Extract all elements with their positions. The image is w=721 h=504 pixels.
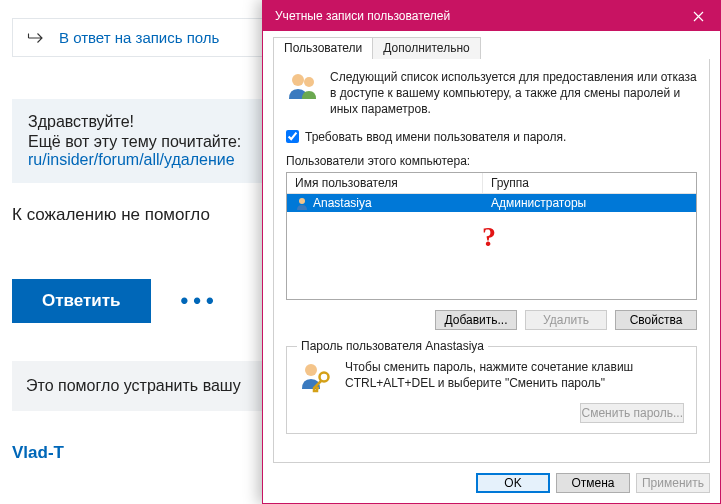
intro-text: Следующий список используется для предос… bbox=[330, 69, 697, 118]
require-login-row[interactable]: Требовать ввод имени пользователя и паро… bbox=[286, 130, 697, 144]
more-actions-icon[interactable]: ••• bbox=[181, 288, 219, 314]
password-legend: Пароль пользователя Anastasiya bbox=[297, 339, 488, 353]
require-login-label: Требовать ввод имени пользователя и паро… bbox=[305, 130, 566, 144]
svg-point-3 bbox=[305, 364, 317, 376]
key-icon bbox=[299, 359, 333, 393]
users-list[interactable]: Имя пользователя Группа Anastasiya Админ… bbox=[286, 172, 697, 300]
svg-point-0 bbox=[292, 74, 304, 86]
question-mark-annotation: ? bbox=[482, 221, 496, 253]
svg-point-2 bbox=[299, 198, 305, 204]
list-buttons: Добавить... Удалить Свойства bbox=[286, 310, 697, 330]
reply-to-text: В ответ на запись поль bbox=[59, 29, 219, 46]
add-user-button[interactable]: Добавить... bbox=[435, 310, 517, 330]
quote-link[interactable]: ru/insider/forum/all/удаление bbox=[28, 151, 235, 168]
password-groupbox: Пароль пользователя Anastasiya Чтобы сме… bbox=[286, 346, 697, 434]
user-icon bbox=[295, 196, 309, 210]
delete-user-button: Удалить bbox=[525, 310, 607, 330]
intro-row: Следующий список используется для предос… bbox=[286, 69, 697, 118]
dialog-title: Учетные записи пользователей bbox=[275, 9, 450, 23]
require-login-checkbox[interactable] bbox=[286, 130, 299, 143]
svg-point-4 bbox=[320, 372, 329, 381]
close-button[interactable] bbox=[676, 1, 720, 31]
cell-group: Администраторы bbox=[483, 195, 696, 211]
reply-button[interactable]: Ответить bbox=[12, 279, 151, 323]
svg-point-1 bbox=[304, 77, 314, 87]
cancel-button[interactable]: Отмена bbox=[556, 473, 630, 493]
dialog-body: Пользователи Дополнительно Следующий спи… bbox=[263, 31, 720, 463]
list-header: Имя пользователя Группа bbox=[287, 173, 696, 194]
password-button-row: Сменить пароль... bbox=[299, 403, 684, 423]
tab-additional[interactable]: Дополнительно bbox=[372, 37, 480, 59]
column-group[interactable]: Группа bbox=[483, 173, 696, 193]
tab-strip: Пользователи Дополнительно bbox=[273, 37, 710, 59]
ok-button[interactable]: OK bbox=[476, 473, 550, 493]
change-password-button: Сменить пароль... bbox=[580, 403, 684, 423]
users-list-label: Пользователи этого компьютера: bbox=[286, 154, 697, 168]
apply-button: Применить bbox=[636, 473, 710, 493]
tab-users[interactable]: Пользователи bbox=[273, 37, 373, 59]
tab-content-users: Следующий список используется для предос… bbox=[273, 59, 710, 463]
dialog-footer: OK Отмена Применить bbox=[263, 463, 720, 503]
password-instructions: Чтобы сменить пароль, нажмите сочетание … bbox=[345, 359, 684, 393]
users-icon bbox=[286, 69, 320, 103]
user-accounts-dialog: Учетные записи пользователей Пользовател… bbox=[262, 0, 721, 504]
column-user[interactable]: Имя пользователя bbox=[287, 173, 483, 193]
cell-username-text: Anastasiya bbox=[313, 196, 372, 210]
table-row[interactable]: Anastasiya Администраторы bbox=[287, 194, 696, 212]
properties-button[interactable]: Свойства bbox=[615, 310, 697, 330]
close-icon bbox=[693, 11, 704, 22]
reply-arrow-icon bbox=[27, 31, 45, 45]
cell-username: Anastasiya bbox=[287, 195, 483, 211]
password-row: Чтобы сменить пароль, нажмите сочетание … bbox=[299, 359, 684, 393]
dialog-titlebar: Учетные записи пользователей bbox=[263, 1, 720, 31]
